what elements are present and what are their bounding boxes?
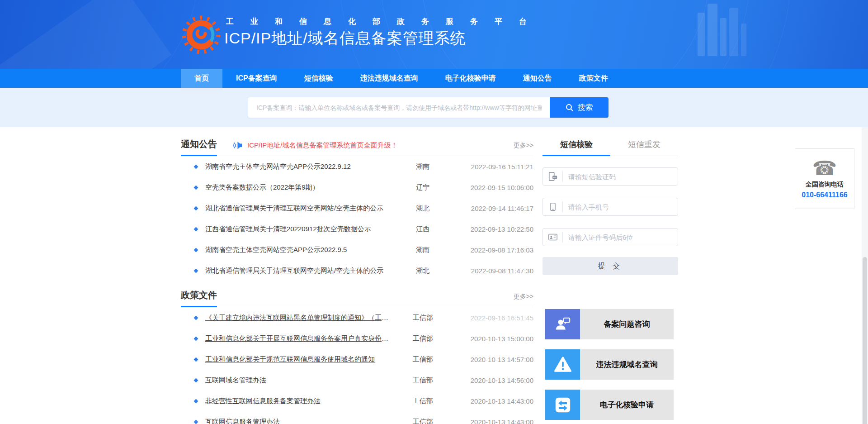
contact-phone-box: ☎ 全国咨询电话 010-66411166 (795, 148, 854, 209)
contact-label: 全国咨询电话 (806, 181, 844, 189)
search-box: 搜索 (248, 97, 609, 118)
diamond-bullet-icon (194, 206, 198, 210)
platform-title: 工业和信息化部政务服务平台 (226, 16, 543, 27)
notice-region: 湖北 (389, 267, 457, 275)
nav-item-home[interactable]: 首页 (181, 69, 222, 88)
scrollbar-track (862, 127, 868, 424)
notice-time: 2022-09-15 10:06:00 (457, 184, 533, 191)
notice-title[interactable]: 湖北省通信管理局关于清理互联网空壳网站/空壳主体的公示 (205, 267, 389, 275)
notices-section-header: 通知公告 ICP/IP地址/域名信息备案管理系统首页全面升级！ 更多>> (181, 127, 533, 156)
search-section: 搜索 (0, 88, 868, 127)
building-graphic (720, 18, 726, 56)
announcement-text: ICP/IP地址/域名信息备案管理系统首页全面升级！ (247, 141, 398, 150)
diamond-bullet-icon (194, 268, 198, 273)
policy-row: 非经营性互联网信息服务备案管理办法 工信部 2020-10-13 14:43:0… (181, 391, 533, 411)
policy-title[interactable]: 《关于建立境内违法互联网站黑名单管理制度的通知》（工信部联 (205, 314, 389, 322)
sms-code-icon (543, 171, 563, 182)
policy-row: 工业和信息化部关于规范互联网信息服务使用域名的通知 工信部 2020-10-13… (181, 349, 533, 370)
content-left-column: 通知公告 ICP/IP地址/域名信息备案管理系统首页全面升级！ 更多>> 湖南省… (181, 127, 533, 424)
notice-row: 空壳类备案数据公示（2022年第9期） 辽宁 2022-09-15 10:06:… (181, 177, 533, 198)
notices-more-link[interactable]: 更多>> (514, 142, 533, 156)
diamond-bullet-icon (194, 315, 198, 320)
policy-row: 互联网信息服务管理办法 工信部 2020-10-13 14:43:00 (181, 411, 533, 424)
announcement-link[interactable]: ICP/IP地址/域名信息备案管理系统首页全面升级！ (233, 141, 398, 156)
building-graphic (741, 24, 746, 56)
telephone-icon: ☎ (812, 158, 837, 178)
policies-section-title: 政策文件 (181, 289, 217, 307)
contact-phone-number: 010-66411166 (802, 191, 847, 199)
search-icon (566, 104, 574, 112)
policy-time: 2022-09-16 16:51:45 (457, 314, 533, 322)
notice-title[interactable]: 空壳类备案数据公示（2022年第9期） (205, 183, 389, 192)
nav-item-illegal-domain-query[interactable]: 违法违规域名查询 (347, 69, 432, 88)
speaker-icon (233, 141, 243, 150)
notice-time: 2022-09-14 11:46:17 (457, 205, 533, 212)
policy-title[interactable]: 非经营性互联网信息服务备案管理办法 (205, 397, 389, 405)
icp-search-input[interactable] (248, 97, 550, 118)
diamond-bullet-icon (194, 164, 198, 169)
diamond-bullet-icon (194, 336, 198, 341)
search-button[interactable]: 搜索 (550, 97, 609, 118)
main-nav: 首页 ICP备案查询 短信核验 违法违规域名查询 电子化核验申请 通知公告 政策… (0, 69, 868, 88)
diamond-bullet-icon (194, 378, 198, 382)
policy-title[interactable]: 工业和信息化部关于规范互联网信息服务使用域名的通知 (205, 355, 389, 364)
id-card-input-group (542, 228, 678, 246)
nav-item-policies[interactable]: 政策文件 (566, 69, 622, 88)
policies-more-link[interactable]: 更多>> (514, 293, 533, 307)
policies-section-header: 政策文件 更多>> (181, 284, 533, 307)
notice-time: 2022-09-08 17:16:03 (457, 246, 533, 254)
id-card-icon (543, 232, 563, 243)
policy-title[interactable]: 互联网信息服务管理办法 (205, 418, 389, 424)
notice-title[interactable]: 湖南省空壳主体空壳网站空壳APP公示2022.9.12 (205, 162, 389, 171)
notice-row: 湖南省空壳主体空壳网站空壳APP公示2022.9.5 湖南 2022-09-08… (181, 239, 533, 260)
notice-row: 江西省通信管理局关于清理20220912批次空壳数据公示 江西 2022-09-… (181, 219, 533, 239)
policy-time: 2020-10-13 14:57:00 (457, 356, 533, 363)
notice-row: 湖南省空壳主体空壳网站空壳APP公示2022.9.12 湖南 2022-09-1… (181, 156, 533, 177)
policy-source: 工信部 (389, 355, 457, 364)
notice-region: 湖南 (389, 246, 457, 254)
building-graphic (698, 13, 705, 56)
transfer-icon (545, 390, 580, 420)
warning-icon (545, 349, 580, 380)
policy-source: 工信部 (389, 376, 457, 385)
policy-title[interactable]: 互联网域名管理办法 (205, 376, 389, 385)
tab-sms-verify[interactable]: 短信核验 (542, 139, 610, 156)
sms-verification-panel: 短信核验 短信重发 (542, 127, 678, 275)
notices-section-title: 通知公告 (181, 138, 217, 156)
diamond-bullet-icon (194, 357, 198, 362)
diamond-bullet-icon (194, 227, 198, 231)
policy-source: 工信部 (389, 314, 457, 322)
quick-link-consult[interactable]: 备案问题咨询 (545, 309, 674, 339)
notices-list: 湖南省空壳主体空壳网站空壳APP公示2022.9.12 湖南 2022-09-1… (181, 156, 533, 281)
notice-time: 2022-09-13 10:22:50 (457, 225, 533, 233)
consult-icon (545, 309, 580, 339)
notice-region: 江西 (389, 225, 457, 233)
nav-item-sms-verify[interactable]: 短信核验 (291, 69, 347, 88)
nav-item-icp-query[interactable]: ICP备案查询 (222, 69, 291, 88)
mobile-input[interactable] (563, 203, 678, 211)
sms-code-input[interactable] (563, 173, 678, 181)
site-header: 工业和信息化部政务服务平台 ICP/IP地址/域名信息备案管理系统 (0, 0, 868, 69)
diamond-bullet-icon (194, 248, 198, 252)
tab-sms-resend[interactable]: 短信重发 (610, 139, 678, 156)
policy-time: 2020-10-13 15:00:00 (457, 335, 533, 343)
policy-time: 2020-10-13 14:56:00 (457, 376, 533, 384)
notice-title[interactable]: 湖北省通信管理局关于清理互联网空壳网站/空壳主体的公示 (205, 204, 389, 213)
policy-title[interactable]: 工业和信息化部关于开展互联网信息服务备案用户真实身份信息电 (205, 334, 389, 343)
id-card-input[interactable] (563, 233, 678, 241)
notice-title[interactable]: 江西省通信管理局关于清理20220912批次空壳数据公示 (205, 225, 389, 233)
notice-region: 湖北 (389, 204, 457, 213)
quick-link-e-verification[interactable]: 电子化核验申请 (545, 390, 674, 420)
notice-title[interactable]: 湖南省空壳主体空壳网站空壳APP公示2022.9.5 (205, 246, 389, 254)
quick-link-illegal-domain[interactable]: 违法违规域名查询 (545, 349, 674, 380)
quick-link-label: 违法违规域名查询 (580, 349, 674, 380)
submit-button[interactable]: 提 交 (542, 257, 678, 275)
nav-item-notices[interactable]: 通知公告 (509, 69, 566, 88)
diamond-bullet-icon (194, 399, 198, 403)
nav-item-e-verification[interactable]: 电子化核验申请 (432, 69, 509, 88)
policy-source: 工信部 (389, 418, 457, 424)
policy-time: 2020-10-13 14:43:00 (457, 397, 533, 405)
policy-source: 工信部 (389, 397, 457, 405)
notice-time: 2022-09-08 11:47:30 (457, 267, 533, 275)
scrollbar-thumb[interactable] (863, 257, 867, 424)
